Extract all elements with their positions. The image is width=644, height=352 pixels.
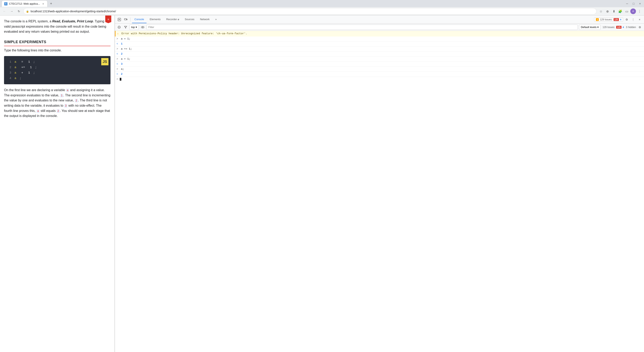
sidebar-toggle-icon[interactable]: ▭ xyxy=(624,9,630,14)
console-cursor xyxy=(120,78,121,81)
issues-badge[interactable]: 1 129 Issues: 125 4 xyxy=(594,18,623,22)
prompt-out-1: < xyxy=(116,42,119,46)
tab-more[interactable]: » xyxy=(213,16,219,23)
warning-badge: 1 xyxy=(596,18,599,21)
console-row-2: > a += 1; xyxy=(115,47,644,52)
url-bar[interactable]: 🔒 localhost:1313/web-application-develop… xyxy=(23,8,596,15)
console-result-1: 1 xyxy=(121,42,122,46)
minimize-button[interactable]: ─ xyxy=(625,1,630,6)
clear-console-button[interactable] xyxy=(116,25,122,30)
inline-code-2a: 2 xyxy=(75,99,78,102)
prompt-out-4: < xyxy=(116,72,119,76)
code-line-2: 2 a += 1; xyxy=(7,65,107,70)
code-line-1: 1 a = 1; xyxy=(7,59,107,65)
filter-toggle-button[interactable] xyxy=(123,25,128,30)
svg-rect-1 xyxy=(124,19,126,20)
level-selector[interactable]: Default levels ▾ xyxy=(579,25,600,30)
inline-code-a2: a xyxy=(36,109,40,113)
bookmark-icon[interactable] xyxy=(105,16,111,23)
back-button[interactable]: ← xyxy=(2,9,7,14)
devtools-close-button[interactable]: × xyxy=(637,17,642,22)
level-label: Default levels xyxy=(581,26,596,29)
console-settings-button[interactable]: ⚙ xyxy=(637,25,642,30)
console-issues-badge[interactable]: 129 Issues: 125 4 xyxy=(602,26,625,29)
active-tab[interactable]: C CTEC2712: Web applica... × xyxy=(2,1,48,7)
console-row-4-out: < 2 xyxy=(115,72,644,77)
tab-sources[interactable]: Sources xyxy=(182,16,197,23)
devtools-settings-button[interactable]: ⚙ xyxy=(624,17,630,22)
devtools-top-toolbar: Console Elements Recorder 𝛔 Sources Netw… xyxy=(115,16,644,24)
inline-code-2b: 2 xyxy=(56,109,60,113)
tab-recorder[interactable]: Recorder 𝛔 xyxy=(164,16,182,23)
address-bar: ← → ↻ 🔒 localhost:1313/web-application-d… xyxy=(0,7,644,15)
window-close-button[interactable]: × xyxy=(638,1,642,6)
instructions-text: Type the following lines into the consol… xyxy=(4,48,110,53)
line-num-2: 2 xyxy=(7,65,11,70)
console-caret: > xyxy=(116,78,118,81)
console-output[interactable]: ⚠ Error with Permissions-Policy header: … xyxy=(115,31,644,352)
console-result-3: 3 xyxy=(121,62,122,66)
console-code-3: a + 1; xyxy=(121,57,130,61)
console-result-4: 2 xyxy=(121,72,122,76)
toolbar-icons: ☆ ⊕ ⬇ 🧩 ▭ A ⋮ xyxy=(598,9,642,14)
filter-input[interactable] xyxy=(146,25,578,30)
tab-bar: C CTEC2712: Web applica... × + ─ □ × xyxy=(0,0,644,7)
extensions-icon[interactable]: 🧩 xyxy=(618,9,623,14)
menu-icon[interactable]: ⋮ xyxy=(637,9,642,14)
code-line-4: 4 a; xyxy=(7,76,107,81)
console-error-badge: 125 xyxy=(616,26,622,29)
warning-icon: ⚠ xyxy=(117,32,119,35)
intro-italic: Read, Evaluate, Print Loop xyxy=(52,20,93,23)
console-code-2: a += 1; xyxy=(121,47,132,51)
hidden-count: 3 hidden xyxy=(626,26,636,29)
explanation-paragraph: On the first line we are declaring a var… xyxy=(4,87,110,118)
console-input-row[interactable]: > xyxy=(115,77,644,82)
prompt-out-3: < xyxy=(116,62,119,66)
context-label: top xyxy=(131,26,135,29)
download-icon[interactable]: ⬇ xyxy=(611,9,617,14)
svg-point-6 xyxy=(142,27,143,28)
tab-favicon: C xyxy=(4,2,8,6)
maximize-button[interactable]: □ xyxy=(631,1,636,6)
tab-title: CTEC2712: Web applica... xyxy=(9,2,40,5)
error-badge: 125 xyxy=(614,18,619,21)
inspect-element-button[interactable] xyxy=(116,17,122,22)
inline-code-1: 1 xyxy=(60,94,63,97)
new-tab-button[interactable]: + xyxy=(48,1,54,7)
console-row-4: > a; xyxy=(115,67,644,72)
window-controls: ─ □ × xyxy=(625,1,642,6)
context-selector[interactable]: top ▾ xyxy=(130,25,139,30)
lock-icon: 🔒 xyxy=(26,10,29,13)
tab-network[interactable]: Network xyxy=(198,16,212,23)
console-issues-label: 129 Issues: xyxy=(602,26,615,29)
device-emulation-button[interactable] xyxy=(123,17,128,22)
console-row-1: > a = 1; xyxy=(115,37,644,42)
profile-icon[interactable]: A xyxy=(630,9,636,14)
console-row-1-out: < 1 xyxy=(115,42,644,47)
tab-close-button[interactable]: × xyxy=(42,2,45,6)
bookmark-star-icon[interactable]: ☆ xyxy=(598,9,604,14)
console-row-3: > a + 1; xyxy=(115,57,644,62)
devtools-panel: Console Elements Recorder 𝛔 Sources Netw… xyxy=(115,16,644,352)
tab-console[interactable]: Console xyxy=(132,16,146,23)
google-icon[interactable]: ⊕ xyxy=(604,9,610,14)
line-num-4: 4 xyxy=(7,76,11,81)
forward-button[interactable]: → xyxy=(9,9,14,14)
intro-paragraph: The console is a REPL system, a Read, Ev… xyxy=(4,19,110,34)
console-row-3-out: < 3 xyxy=(115,62,644,67)
main-layout: The console is a REPL system, a Read, Ev… xyxy=(0,16,644,352)
prompt-out-2: < xyxy=(116,52,119,56)
context-chevron: ▾ xyxy=(136,26,137,29)
tab-elements[interactable]: Elements xyxy=(147,16,163,23)
level-chevron: ▾ xyxy=(597,26,599,29)
eye-button[interactable] xyxy=(140,25,145,30)
prompt-in-3: > xyxy=(116,57,119,61)
info-badge: 4 xyxy=(620,18,621,21)
content-area: The console is a REPL system, a Read, Ev… xyxy=(0,16,115,352)
inline-code-a: a xyxy=(66,89,69,92)
console-warning-row: ⚠ Error with Permissions-Policy header: … xyxy=(115,31,644,37)
console-result-2: 2 xyxy=(121,52,122,56)
console-code-1: a = 1; xyxy=(121,37,130,41)
devtools-kebab-button[interactable]: ⋮ xyxy=(630,17,636,22)
reload-button[interactable]: ↻ xyxy=(16,9,22,14)
